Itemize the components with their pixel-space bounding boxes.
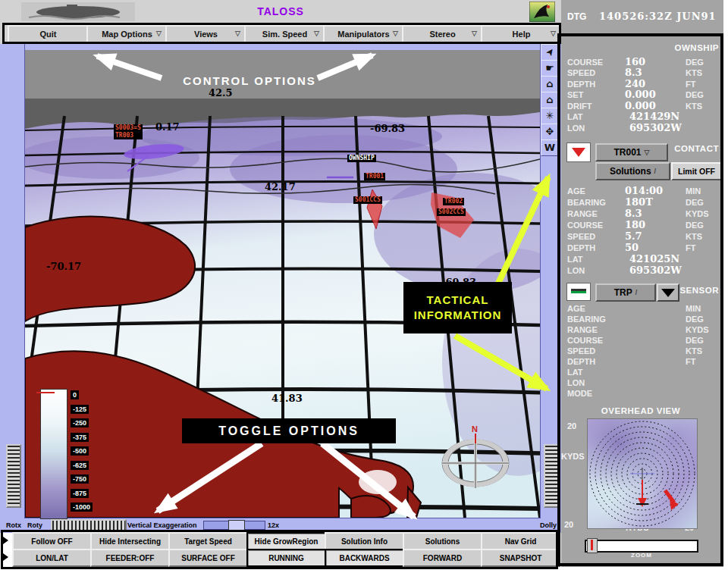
starburst-tool-button[interactable]: ✳ xyxy=(541,108,559,124)
field-value xyxy=(625,315,686,324)
dtg-label: DTG xyxy=(567,11,586,22)
contact-row: AGE014:00MIN xyxy=(567,186,719,196)
hide-growregion-button[interactable]: Hide GrowRegion xyxy=(246,532,326,550)
forward-button[interactable]: FORWARD xyxy=(403,549,482,567)
solutions-dropdown[interactable]: Solutions/ xyxy=(595,162,670,180)
menu-label: Map Options xyxy=(102,30,152,39)
solution-info-button[interactable]: Solution Info xyxy=(325,532,404,550)
menu-bar: Quit Map Options▽ Views▽ Sim. Speed▽ Man… xyxy=(0,23,561,44)
zoom-slider-label: ZOOM xyxy=(631,552,652,559)
field-label: DEPTH xyxy=(567,80,625,89)
overhead-zoom-handle[interactable] xyxy=(587,538,598,553)
field-value xyxy=(625,389,686,398)
track-label-s002ccs[interactable]: S002CCS xyxy=(437,208,466,216)
slash-icon: / xyxy=(635,289,638,296)
taloss-window: TALOSS Quit Map Options▽ Views▽ Sim. Spe… xyxy=(0,0,728,573)
button-label: Hide Intersecting xyxy=(99,537,161,546)
running-toggle-button[interactable]: RUNNING xyxy=(246,549,326,567)
depth-color-scale xyxy=(40,389,67,519)
overhead-range-rings xyxy=(588,419,697,528)
menu-map-options[interactable]: Map Options▽ xyxy=(86,25,168,43)
depth-tick: -875 xyxy=(71,489,89,498)
depth-tick: -250 xyxy=(71,418,89,427)
track-label-s001ccs[interactable]: S001CCS xyxy=(353,196,382,204)
track-id: TR001 xyxy=(366,173,384,180)
sensor-line-icon xyxy=(571,291,586,293)
dropdown-arrow-icon: ▽ xyxy=(393,30,398,37)
hand-tool-button[interactable]: ☛ xyxy=(541,60,559,77)
feeder-toggle-button[interactable]: FEEDER:OFF xyxy=(90,549,170,567)
set-home-view-button[interactable]: ⌂ xyxy=(541,92,559,108)
hide-intersecting-button[interactable]: Hide Intersecting xyxy=(90,532,170,550)
field-unit xyxy=(690,266,719,275)
sensor-row: SPEEDKTS xyxy=(567,346,719,355)
track-label-s0003[interactable]: S0003=STR003 xyxy=(114,124,143,139)
toolbar-row2-marker[interactable] xyxy=(3,553,8,561)
track-label-tr001[interactable]: TR001 xyxy=(364,173,385,180)
field-value: 8.3 xyxy=(625,68,686,77)
target-speed-button[interactable]: Target Speed xyxy=(168,532,248,550)
contact-selector-value: TR001 xyxy=(614,147,642,158)
field-label: LAT xyxy=(567,368,625,377)
depth-scale-marker xyxy=(36,392,55,393)
overhead-view-display[interactable] xyxy=(587,418,698,529)
home-view-button[interactable]: ⌂ xyxy=(541,76,559,92)
grid-label: 42.17 xyxy=(265,181,296,193)
lonlat-toggle-button[interactable]: LON/LAT xyxy=(12,549,92,567)
contact-row: BEARING180TDEG xyxy=(567,198,719,207)
map-3d-viewport[interactable]: 42.5 -69.83 42.17 -70.17 -69.83 41.83 0.… xyxy=(25,44,540,518)
button-label: Solutions xyxy=(425,537,460,546)
follow-toggle-button[interactable]: Follow OFF xyxy=(12,532,92,550)
snapshot-button[interactable]: SNAPSHOT xyxy=(481,549,560,567)
field-label: COURSE xyxy=(567,336,625,345)
pan-icon: ✥ xyxy=(546,126,554,137)
menu-sim-speed[interactable]: Sim. Speed▽ xyxy=(244,25,325,43)
field-label: AGE xyxy=(567,186,625,196)
field-label: DEPTH xyxy=(567,357,625,366)
track-label-tr002[interactable]: TR002 xyxy=(443,198,464,205)
field-label: LON xyxy=(567,124,625,133)
button-label: SNAPSHOT xyxy=(500,554,542,562)
menu-stereo[interactable]: Stereo▽ xyxy=(402,25,483,43)
sensor-selector-dropdown[interactable]: TRP/ xyxy=(595,283,656,302)
limit-toggle-button[interactable]: Limit OFF xyxy=(671,162,722,180)
pointer-tool-button[interactable]: ➤ xyxy=(541,44,559,61)
vertical-exaggeration-slider-handle[interactable] xyxy=(228,520,245,531)
depth-tick: 0 xyxy=(71,390,79,399)
button-label: Target Speed xyxy=(184,537,232,546)
roty-thumbwheel[interactable] xyxy=(51,519,127,532)
wireframe-toggle-button[interactable]: W xyxy=(541,139,559,156)
nav-grid-button[interactable]: Nav Grid xyxy=(481,532,560,550)
home-alt-icon: ⌂ xyxy=(546,94,553,105)
field-unit: DEG xyxy=(686,315,719,324)
toggle-options-callout: TOGGLE OPTIONS xyxy=(182,418,396,443)
depth-tick: -625 xyxy=(71,461,89,470)
dolly-thumbwheel[interactable] xyxy=(544,444,559,508)
menu-quit[interactable]: Quit xyxy=(8,25,89,43)
depth-tick: -1000 xyxy=(71,503,93,512)
rotx-thumbwheel[interactable] xyxy=(6,444,21,508)
toolbar-row1-marker[interactable] xyxy=(3,537,8,544)
hand-icon: ☛ xyxy=(545,62,554,74)
field-value xyxy=(625,368,686,377)
solutions-button[interactable]: Solutions xyxy=(403,532,482,550)
field-value: 421025N xyxy=(625,255,690,264)
field-unit xyxy=(686,378,719,387)
menu-help[interactable]: Help▽ xyxy=(481,25,562,43)
sensor-row: MODE xyxy=(567,389,719,398)
menu-manipulators[interactable]: Manipulators▽ xyxy=(323,25,404,43)
vertical-exaggeration-slider[interactable] xyxy=(203,521,265,530)
menu-views[interactable]: Views▽ xyxy=(165,25,246,43)
dtg-value: 140526:32Z JUN91 xyxy=(599,11,717,22)
overhead-zoom-slider[interactable] xyxy=(585,540,698,553)
surface-toggle-button[interactable]: SURFACE OFF xyxy=(168,549,248,567)
sensor-section-header: SENSOR xyxy=(670,286,719,295)
field-value: 0.000 xyxy=(625,102,686,111)
track-label-ownship[interactable]: OWNSHIP xyxy=(347,155,376,162)
menu-label: Manipulators xyxy=(337,30,389,39)
field-unit: DEG xyxy=(686,58,719,67)
contact-triangle-icon xyxy=(572,148,585,157)
backwards-button[interactable]: BACKWARDS xyxy=(325,549,404,567)
pan-tool-button[interactable]: ✥ xyxy=(541,124,559,140)
ownship-row: LAT421429N xyxy=(567,112,719,121)
